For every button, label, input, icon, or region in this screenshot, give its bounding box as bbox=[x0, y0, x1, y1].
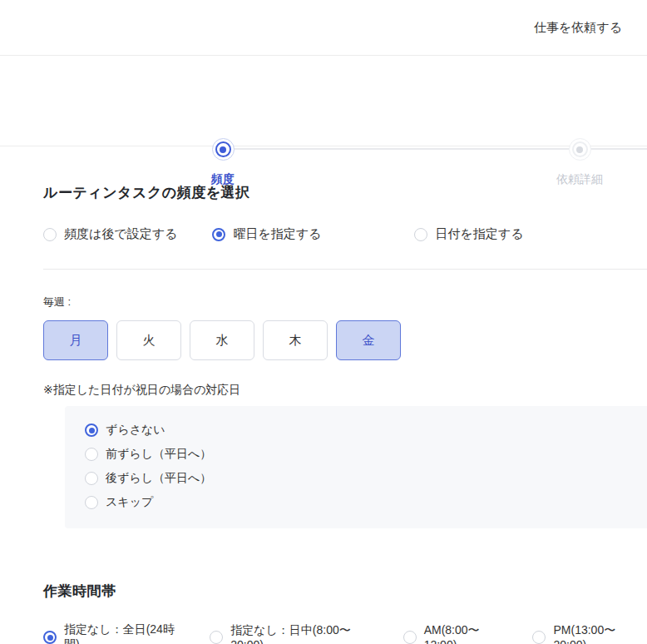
step-frequency-label: 頻度 bbox=[211, 172, 235, 187]
radio-time-am-label: AM(8:00〜12:00) bbox=[424, 623, 511, 644]
section-divider bbox=[43, 269, 647, 270]
radio-time-daytime-label: 指定なし：日中(8:00〜20:00) bbox=[230, 623, 381, 644]
radio-holiday-shift-earlier[interactable]: 前ずらし（平日へ） bbox=[85, 445, 627, 463]
radio-unchecked-icon bbox=[85, 496, 98, 509]
radio-time-allday[interactable]: 指定なし：全日(24時間) bbox=[43, 622, 188, 644]
holiday-note: ※指定した日付が祝日の場合の対応日 bbox=[43, 383, 647, 398]
radio-unchecked-icon bbox=[85, 448, 98, 461]
weekday-button-monday[interactable]: 月 bbox=[43, 320, 108, 360]
weekday-button-thursday[interactable]: 木 bbox=[263, 320, 328, 360]
radio-specify-weekday-label: 曜日を指定する bbox=[233, 226, 321, 242]
radio-holiday-skip[interactable]: スキップ bbox=[85, 493, 627, 512]
radio-time-daytime[interactable]: 指定なし：日中(8:00〜20:00) bbox=[210, 623, 381, 644]
weekly-label: 毎週 : bbox=[43, 295, 647, 310]
radio-time-am[interactable]: AM(8:00〜12:00) bbox=[403, 623, 511, 644]
main-content: ルーティンタスクの頻度を選択 頻度は後で設定する 曜日を指定する 日付を指定する… bbox=[0, 183, 647, 644]
radio-unchecked-icon bbox=[43, 228, 57, 241]
time-section-title: 作業時間帯 bbox=[43, 582, 647, 601]
radio-time-pm-label: PM(13:00〜20:00) bbox=[553, 623, 647, 644]
radio-frequency-later[interactable]: 頻度は後で設定する bbox=[43, 226, 177, 242]
weekday-button-friday[interactable]: 金 bbox=[336, 320, 401, 360]
radio-time-pm[interactable]: PM(13:00〜20:00) bbox=[532, 623, 647, 644]
radio-specify-date[interactable]: 日付を指定する bbox=[414, 226, 523, 242]
wizard-stepper: 頻度 依頼詳細 bbox=[0, 56, 647, 146]
weekday-button-wednesday[interactable]: 水 bbox=[190, 320, 254, 360]
weekday-picker: 月 火 水 木 金 bbox=[43, 320, 647, 360]
step-request-details[interactable]: 依頼詳細 bbox=[556, 138, 603, 187]
radio-holiday-shift-earlier-label: 前ずらし（平日へ） bbox=[106, 447, 211, 462]
radio-holiday-no-shift-label: ずらさない bbox=[106, 423, 165, 438]
radio-checked-icon bbox=[212, 228, 225, 241]
time-options: 指定なし：全日(24時間) 指定なし：日中(8:00〜20:00) AM(8:0… bbox=[43, 622, 647, 644]
step-frequency[interactable]: 頻度 bbox=[211, 138, 235, 187]
request-job-link[interactable]: 仕事を依頼する bbox=[534, 20, 622, 36]
radio-unchecked-icon bbox=[403, 631, 417, 644]
radio-checked-icon bbox=[43, 631, 57, 644]
weekday-button-tuesday[interactable]: 火 bbox=[116, 320, 181, 360]
radio-time-allday-label: 指定なし：全日(24時間) bbox=[64, 622, 188, 644]
top-header: 仕事を依頼する bbox=[0, 0, 647, 56]
radio-unchecked-icon bbox=[414, 228, 427, 241]
radio-checked-icon bbox=[85, 424, 98, 437]
step-request-details-label: 依頼詳細 bbox=[556, 172, 603, 187]
radio-unchecked-icon bbox=[85, 472, 98, 485]
radio-holiday-no-shift[interactable]: ずらさない bbox=[85, 421, 627, 439]
step-request-details-indicator-icon bbox=[569, 138, 591, 161]
holiday-options-panel: ずらさない 前ずらし（平日へ） 後ずらし（平日へ） スキップ bbox=[65, 406, 647, 528]
step-frequency-indicator-icon bbox=[212, 138, 235, 161]
radio-frequency-later-label: 頻度は後で設定する bbox=[64, 226, 177, 242]
frequency-type-options: 頻度は後で設定する 曜日を指定する 日付を指定する bbox=[43, 226, 647, 242]
radio-unchecked-icon bbox=[210, 631, 223, 644]
radio-holiday-shift-later[interactable]: 後ずらし（平日へ） bbox=[85, 469, 627, 488]
radio-specify-weekday[interactable]: 曜日を指定する bbox=[212, 226, 321, 242]
radio-specify-date-label: 日付を指定する bbox=[435, 226, 523, 242]
radio-holiday-skip-label: スキップ bbox=[106, 495, 153, 510]
radio-holiday-shift-later-label: 後ずらし（平日へ） bbox=[106, 471, 211, 486]
radio-unchecked-icon bbox=[532, 631, 546, 644]
